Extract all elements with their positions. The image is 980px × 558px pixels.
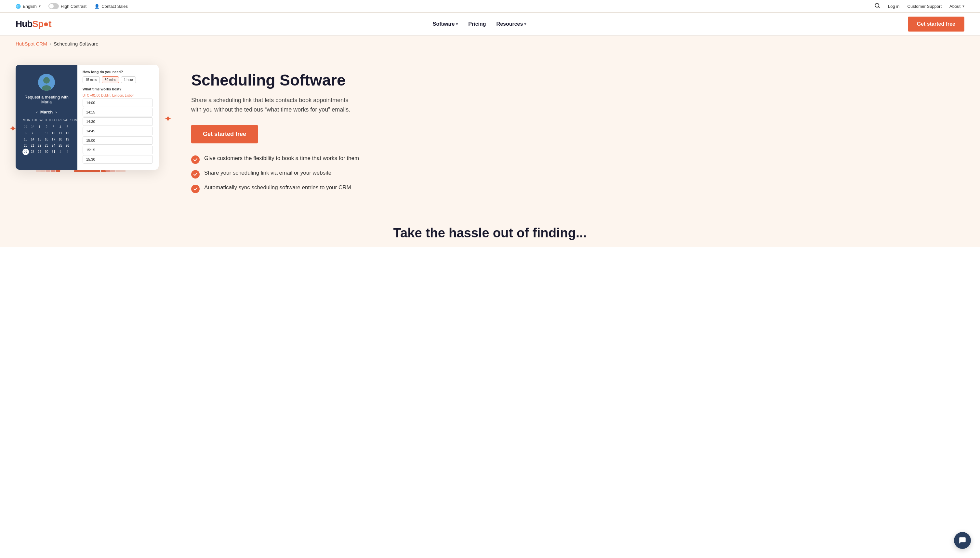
duration-30-button[interactable]: 30 mins xyxy=(102,76,119,83)
hero-section: ✦✦ Request a meeting with Maria xyxy=(0,52,980,213)
customer-support-link[interactable]: Customer Support xyxy=(908,4,942,9)
cal-date[interactable]: 3 xyxy=(50,124,57,130)
time-slot-1445[interactable]: 14:45 xyxy=(83,127,153,135)
utility-left: 🌐 English ▾ High Contrast 👤 Contact Sale… xyxy=(16,3,128,9)
cal-date[interactable]: 22 xyxy=(36,143,43,149)
cal-date[interactable]: 16 xyxy=(43,136,50,143)
logo-spot-dot: Sp●t xyxy=(32,19,51,29)
time-slot-1400[interactable]: 14:00 xyxy=(83,98,153,107)
feature-item-3: Automatically sync scheduling software e… xyxy=(191,184,964,193)
month-label: March xyxy=(40,110,52,115)
feature-list: Give customers the flexibility to book a… xyxy=(191,155,964,193)
day-thu: THU xyxy=(48,118,56,123)
nav-resources[interactable]: Resources ▾ xyxy=(497,21,526,27)
nav-get-started-button[interactable]: Get started free xyxy=(908,16,964,31)
about-dropdown[interactable]: About ▾ xyxy=(949,4,964,9)
hubspot-logo[interactable]: HubSp●t xyxy=(16,19,51,29)
cal-date[interactable]: 25 xyxy=(57,143,64,149)
person-icon: 👤 xyxy=(94,4,100,9)
search-icon[interactable] xyxy=(874,3,880,10)
cal-date[interactable]: 7 xyxy=(29,130,36,136)
time-slots-list: 14:00 14:15 14:30 14:45 15:00 15:15 15:3… xyxy=(83,98,153,164)
cal-date[interactable]: 2 xyxy=(43,124,50,130)
nav-software[interactable]: Software ▾ xyxy=(433,21,458,27)
avatar xyxy=(38,74,55,91)
check-icon-1 xyxy=(191,156,200,164)
login-link[interactable]: Log in xyxy=(888,4,900,9)
hero-cta-button[interactable]: Get started free xyxy=(191,125,258,143)
feature-text-2: Share your scheduling link via email or … xyxy=(204,170,331,176)
duration-60-button[interactable]: 1 hour xyxy=(121,76,136,83)
contact-sales-link[interactable]: 👤 Contact Sales xyxy=(94,4,128,9)
time-question: What time works best? xyxy=(83,87,153,91)
calendar-grid: MON TUE WED THU FRI SAT SUN 27 28 1 xyxy=(22,118,71,155)
cal-date[interactable]: 26 xyxy=(64,143,71,149)
next-month-icon[interactable]: › xyxy=(55,110,57,115)
calendar-demo: Request a meeting with Maria ‹ March › M… xyxy=(16,65,159,170)
nav-resources-label: Resources xyxy=(497,21,523,27)
breadcrumb-current: Scheduling Software xyxy=(54,41,98,46)
nav-pricing[interactable]: Pricing xyxy=(468,21,486,27)
time-slot-1415[interactable]: 14:15 xyxy=(83,108,153,117)
time-slot-1530[interactable]: 15:30 xyxy=(83,155,153,164)
nav-pricing-label: Pricing xyxy=(468,21,486,27)
cal-date[interactable]: 8 xyxy=(36,130,43,136)
breadcrumb-parent-link[interactable]: HubSpot CRM xyxy=(16,41,47,46)
calendar-days-header: MON TUE WED THU FRI SAT SUN xyxy=(22,118,71,123)
time-slot-1430[interactable]: 14:30 xyxy=(83,117,153,126)
svg-point-3 xyxy=(43,77,50,84)
cal-date[interactable]: 11 xyxy=(57,130,64,136)
high-contrast-toggle[interactable]: High Contrast xyxy=(48,3,87,9)
cal-date[interactable]: 5 xyxy=(64,124,71,130)
calendar-month: ‹ March › xyxy=(22,110,71,115)
bottom-section-title: Take the hassle out of finding... xyxy=(16,226,964,240)
prev-month-icon[interactable]: ‹ xyxy=(36,110,38,115)
cal-date[interactable]: 27 xyxy=(22,124,29,130)
cal-date[interactable]: 28 xyxy=(29,149,36,155)
cal-date[interactable]: 21 xyxy=(29,143,36,149)
chevron-down-icon: ▾ xyxy=(962,4,964,8)
time-slot-1515[interactable]: 15:15 xyxy=(83,146,153,154)
cal-date[interactable]: 17 xyxy=(50,136,57,143)
cal-date[interactable]: 23 xyxy=(43,143,50,149)
day-wed: WED xyxy=(39,118,48,123)
cal-date[interactable]: 1 xyxy=(57,149,64,155)
calendar-left-panel: Request a meeting with Maria ‹ March › M… xyxy=(16,65,77,170)
sparkle-decoration-right: ✦ xyxy=(164,113,172,124)
cal-date[interactable]: 10 xyxy=(50,130,57,136)
cal-date[interactable]: 20 xyxy=(22,143,29,149)
chevron-down-icon: ▾ xyxy=(524,22,526,26)
meeting-request-text: Request a meeting with Maria xyxy=(22,95,71,104)
cal-date[interactable]: 6 xyxy=(22,130,29,136)
cal-date[interactable]: 4 xyxy=(57,124,64,130)
cal-date[interactable]: 29 xyxy=(36,149,43,155)
cal-date[interactable]: 24 xyxy=(50,143,57,149)
cal-date[interactable]: 19 xyxy=(64,136,71,143)
cal-date-today[interactable]: 27 xyxy=(23,149,29,155)
feature-item-2: Share your scheduling link via email or … xyxy=(191,170,964,179)
duration-15-button[interactable]: 15 mins xyxy=(83,76,100,83)
main-navigation: HubSp●t Software ▾ Pricing Resources ▾ G… xyxy=(0,13,980,36)
cal-date[interactable]: 14 xyxy=(29,136,36,143)
cal-date[interactable]: 12 xyxy=(64,130,71,136)
hero-title: Scheduling Software xyxy=(191,71,964,89)
cal-date[interactable]: 28 xyxy=(29,124,36,130)
feature-item-1: Give customers the flexibility to book a… xyxy=(191,155,964,164)
toggle-switch-icon[interactable] xyxy=(48,3,59,9)
breadcrumb-separator: › xyxy=(50,41,51,46)
cal-date[interactable]: 18 xyxy=(57,136,64,143)
cal-date[interactable]: 13 xyxy=(22,136,29,143)
cal-date[interactable]: 1 xyxy=(36,124,43,130)
cal-date[interactable]: 30 xyxy=(43,149,50,155)
cal-date[interactable]: 31 xyxy=(50,149,57,155)
chevron-down-icon: ▾ xyxy=(456,22,458,26)
about-label: About xyxy=(949,4,960,9)
cal-date[interactable]: 9 xyxy=(43,130,50,136)
cal-date[interactable]: 2 xyxy=(64,149,71,155)
time-slot-1500[interactable]: 15:00 xyxy=(83,136,153,145)
breadcrumb: HubSpot CRM › Scheduling Software xyxy=(0,36,980,52)
language-selector[interactable]: 🌐 English ▾ xyxy=(16,4,41,9)
cal-date[interactable]: 15 xyxy=(36,136,43,143)
avatar-image xyxy=(38,74,55,91)
check-icon-2 xyxy=(191,170,200,179)
